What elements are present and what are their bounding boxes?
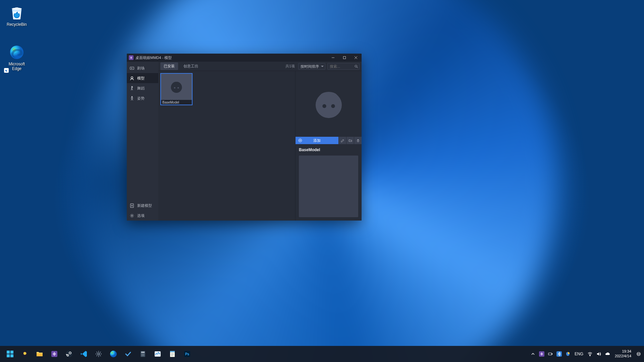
- start-button[interactable]: [3, 347, 17, 361]
- svg-point-35: [144, 354, 144, 355]
- app-icon: [129, 55, 133, 60]
- tray-chevron-up-icon[interactable]: [529, 347, 537, 361]
- taskbar-app-taskmgr[interactable]: [151, 347, 164, 361]
- detail-preview: [296, 71, 362, 137]
- svg-point-29: [98, 353, 100, 355]
- edge-icon: [9, 44, 25, 60]
- svg-rect-45: [548, 353, 552, 355]
- svg-rect-32: [141, 352, 145, 353]
- model-grid: BaseModel: [158, 71, 295, 221]
- svg-rect-19: [7, 351, 10, 354]
- tab-workshop[interactable]: 创意工坊: [180, 62, 202, 70]
- svg-point-6: [131, 76, 133, 78]
- sidebar-item-label: 舞蹈: [137, 86, 145, 91]
- svg-point-34: [143, 354, 143, 355]
- tray-wifi-icon[interactable]: [586, 347, 594, 361]
- sidebar-item-pose[interactable]: 姿势: [127, 93, 158, 103]
- svg-point-7: [131, 86, 132, 87]
- tray-app-mmd-icon[interactable]: [538, 347, 546, 361]
- maximize-button[interactable]: [339, 54, 350, 62]
- tray-security-icon[interactable]: [564, 347, 572, 361]
- svg-rect-22: [10, 354, 13, 357]
- delete-button[interactable]: [354, 137, 362, 144]
- desktop-icon-edge[interactable]: Microsoft Edge: [4, 43, 30, 73]
- svg-text:Ps: Ps: [185, 352, 190, 356]
- taskbar-app-photoshop[interactable]: Ps: [180, 347, 194, 361]
- taskbar-app-calculator[interactable]: [136, 347, 150, 361]
- window-title: 桌面萌娘MMD4 - 模型: [136, 55, 172, 60]
- svg-point-11: [355, 65, 357, 67]
- sidebar-item-model[interactable]: 模型: [127, 73, 158, 83]
- svg-point-37: [143, 355, 143, 356]
- model-thumbnail: [161, 74, 192, 100]
- svg-rect-4: [343, 57, 346, 59]
- sort-select-wrap[interactable]: 按时间排序: [298, 63, 325, 70]
- detail-panel: 添加 BaseModel: [295, 71, 362, 221]
- main-panel: 已安装 创意工坊 共1项 按时间排序: [158, 62, 362, 221]
- sort-select[interactable]: 按时间排序: [298, 63, 325, 70]
- taskbar-app-edge[interactable]: [107, 347, 120, 361]
- new-model-icon: [129, 203, 135, 208]
- taskbar-app-steam[interactable]: [62, 347, 76, 361]
- edit-button[interactable]: [339, 137, 346, 144]
- close-button[interactable]: [350, 54, 362, 62]
- taskbar: Ps ENG 19:34 2022/4/14: [0, 346, 644, 362]
- tray-date: 2022/4/14: [615, 354, 631, 359]
- taskbar-app-notepad[interactable]: [166, 347, 179, 361]
- taskbar-app-weather[interactable]: [18, 347, 32, 361]
- folder-button[interactable]: [346, 137, 354, 144]
- tray-language[interactable]: ENG: [573, 347, 585, 361]
- taskbar-app-explorer[interactable]: [33, 347, 46, 361]
- svg-point-17: [331, 104, 335, 108]
- svg-point-16: [322, 104, 326, 108]
- sidebar: 剧场 模型 舞蹈 姿势 新建模型 选项: [127, 62, 158, 221]
- tray-time: 19:34: [622, 349, 631, 354]
- sidebar-item-label: 新建模型: [137, 203, 152, 208]
- dance-icon: [129, 86, 135, 91]
- pose-icon: [129, 96, 135, 101]
- sidebar-item-scene[interactable]: 剧场: [127, 63, 158, 73]
- sidebar-item-new-model[interactable]: 新建模型: [127, 200, 158, 210]
- tray-onedrive-icon[interactable]: [603, 347, 611, 361]
- minimize-button[interactable]: [327, 54, 339, 62]
- tray-bluetooth-icon[interactable]: [555, 347, 563, 361]
- add-button-label: 添加: [313, 138, 321, 143]
- svg-point-14: [177, 87, 179, 89]
- sidebar-item-label: 模型: [137, 76, 145, 81]
- app-window: 桌面萌娘MMD4 - 模型 剧场 模型 舞蹈 姿势: [127, 54, 362, 221]
- toolbar: 已安装 创意工坊 共1项 按时间排序: [158, 62, 362, 71]
- plus-circle-icon: [298, 138, 302, 142]
- model-card-label: BaseModel: [161, 100, 192, 105]
- sidebar-item-dance[interactable]: 舞蹈: [127, 83, 158, 93]
- titlebar[interactable]: 桌面萌娘MMD4 - 模型: [127, 54, 362, 62]
- model-card[interactable]: BaseModel: [160, 73, 193, 105]
- gear-icon: [129, 213, 135, 218]
- svg-point-48: [590, 355, 590, 356]
- tray-focus-icon[interactable]: [635, 347, 643, 361]
- taskbar-app-vscode[interactable]: [77, 347, 91, 361]
- search-icon: [354, 64, 358, 68]
- svg-point-10: [131, 215, 133, 216]
- tab-installed[interactable]: 已安装: [160, 62, 178, 70]
- tray-clock[interactable]: 19:34 2022/4/14: [612, 349, 634, 359]
- svg-point-30: [110, 351, 117, 357]
- desktop-icon-recycle-bin[interactable]: RecycleBin: [4, 3, 30, 28]
- desktop-icon-label: Microsoft Edge: [5, 62, 28, 71]
- tray-battery-icon[interactable]: [546, 347, 554, 361]
- svg-rect-24: [37, 353, 43, 356]
- add-button[interactable]: 添加: [296, 137, 338, 144]
- sidebar-item-options[interactable]: 选项: [127, 210, 158, 221]
- tray-volume-icon[interactable]: [595, 347, 603, 361]
- svg-point-8: [131, 96, 132, 97]
- sidebar-item-label: 选项: [137, 213, 145, 218]
- model-icon: [129, 76, 135, 81]
- svg-point-13: [174, 87, 176, 89]
- recycle-bin-icon: [9, 5, 25, 21]
- svg-point-26: [66, 351, 72, 357]
- taskbar-app-todo[interactable]: [121, 347, 135, 361]
- taskbar-app-mmd[interactable]: [48, 347, 61, 361]
- svg-rect-21: [7, 354, 10, 357]
- taskbar-app-settings[interactable]: [92, 347, 105, 361]
- svg-rect-46: [552, 354, 552, 354]
- scene-icon: [129, 66, 135, 71]
